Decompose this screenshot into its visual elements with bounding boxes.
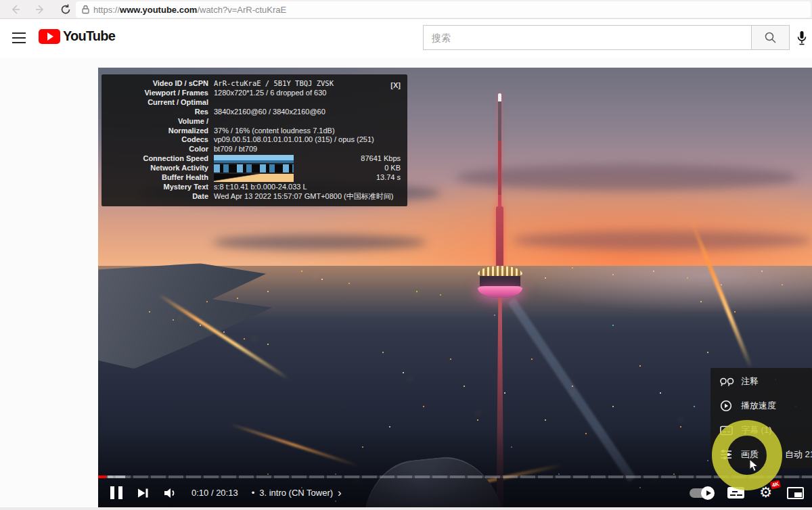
stats-value: 13.74 s: [376, 173, 401, 183]
forward-icon[interactable]: [34, 3, 46, 16]
stats-label: Current / Optimal Res: [106, 98, 214, 117]
stats-label: Date: [106, 192, 214, 202]
menu-item-label: 播放速度: [741, 400, 776, 412]
stats-label: Video ID / sCPN: [106, 79, 214, 89]
back-icon[interactable]: [9, 3, 22, 16]
playback-speed-icon: [720, 400, 735, 412]
click-highlight-ring: [712, 420, 782, 490]
city-lights-layer: [98, 68, 99, 69]
search-icon: [764, 31, 777, 44]
lock-icon: [81, 5, 90, 14]
stats-value: 37% / 16% (content loudness 7.1dB): [214, 117, 401, 136]
menu-item-playback-speed[interactable]: 播放速度: [710, 394, 812, 418]
microphone-icon: [796, 30, 807, 46]
mouse-cursor-icon: [749, 459, 759, 473]
cloud: [455, 164, 798, 191]
chapter-separator: •: [252, 488, 255, 498]
stats-value: Wed Apr 13 2022 15:57:07 GMT+0800 (中国标准时…: [214, 192, 401, 202]
browser-chrome: https://www.youtube.com/watch?v=ArR-ctuK…: [0, 0, 812, 19]
cn-tower-mast: [496, 206, 503, 269]
network-activity-sparkline: [214, 164, 294, 172]
cn-tower-pod-deck: [480, 276, 520, 286]
volume-icon[interactable]: [163, 486, 178, 500]
youtube-logo[interactable]: YouTube: [39, 28, 115, 44]
stats-label: Color: [106, 145, 214, 154]
quality-4k-badge: 4K: [770, 480, 781, 489]
stats-value: 87641 Kbps: [361, 154, 401, 164]
cn-tower-pod-lights: [478, 266, 522, 276]
hamburger-menu-icon[interactable]: [12, 32, 26, 43]
quality-current-value: 自动 21: [785, 448, 812, 461]
pause-button[interactable]: [110, 486, 122, 499]
player-control-bar: 0:10 / 20:13 • 3. intro (CN Tower) › ⚙ 4…: [98, 478, 812, 507]
stats-for-nerds-panel: [X] Video ID / sCPN ArR-ctuKraE / 5B1Y T…: [102, 74, 407, 206]
stats-value: 3840x2160@60 / 3840x2160@60: [214, 98, 401, 117]
connection-speed-sparkline: [214, 155, 294, 163]
stats-value: 0 KB: [384, 164, 401, 173]
stats-close-button[interactable]: [X]: [390, 81, 401, 91]
stats-label: Mystery Text: [106, 183, 214, 192]
settings-button[interactable]: ⚙ 4K: [759, 486, 772, 500]
search-input[interactable]: [423, 25, 751, 50]
menu-item-label: 注释: [741, 375, 759, 388]
search-button[interactable]: [751, 25, 790, 50]
stats-label: Network Activity: [106, 164, 214, 173]
youtube-header: YouTube: [0, 20, 812, 57]
refresh-icon[interactable]: [60, 3, 72, 16]
stats-value: ArR-ctuKraE / 5B1Y TBQJ ZVSK: [214, 79, 401, 89]
stats-label: Volume / Normalized: [106, 117, 214, 136]
page-background-strip: [0, 507, 812, 510]
next-button[interactable]: [136, 486, 150, 500]
autoplay-toggle[interactable]: [690, 488, 713, 498]
stats-label: Buffer Health: [106, 173, 214, 183]
stats-value: 1280x720*1.25 / 6 dropped of 630: [214, 89, 401, 98]
chapter-title: 3. intro (CN Tower): [259, 488, 333, 498]
stats-label: Viewport / Frames: [106, 89, 214, 98]
url-bar[interactable]: https://www.youtube.com/watch?v=ArR-ctuK…: [76, 1, 811, 18]
cn-tower-pod: [478, 266, 522, 298]
menu-item-annotations[interactable]: 注释: [710, 369, 812, 394]
stats-label: Connection Speed: [106, 154, 214, 164]
stats-value: bt709 / bt709: [214, 145, 401, 154]
stats-value: vp09.00.51.08.01.01.01.01.00 (315) / opu…: [214, 135, 401, 145]
annotations-icon: [720, 377, 735, 386]
buffer-health-sparkline: [214, 174, 294, 182]
cn-tower-pod-glow: [478, 286, 522, 298]
stats-label: Codecs: [106, 135, 214, 145]
url-text: https://www.youtube.com/watch?v=ArR-ctuK…: [93, 5, 286, 15]
youtube-logo-text: YouTube: [63, 28, 115, 44]
stats-value: s:8 t:10.41 b:0.000-24.033 L: [214, 183, 401, 192]
autoplay-play-icon: [701, 486, 715, 500]
chapter-info[interactable]: • 3. intro (CN Tower) ›: [252, 488, 342, 498]
miniplayer-button[interactable]: [787, 487, 804, 499]
cloud: [212, 235, 427, 250]
youtube-play-icon: [39, 29, 60, 44]
video-player[interactable]: [X] Video ID / sCPN ArR-ctuKraE / 5B1Y T…: [98, 68, 812, 507]
voice-search-button[interactable]: [793, 28, 811, 47]
time-display: 0:10 / 20:13: [191, 488, 238, 498]
cloud: [512, 231, 812, 250]
